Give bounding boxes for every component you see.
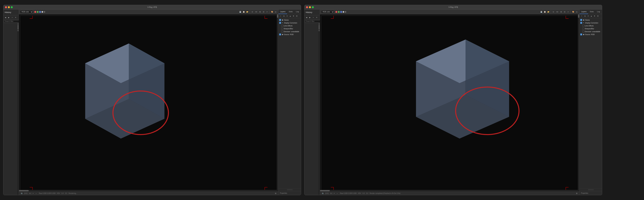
layer-stamp-check-left[interactable]: ✓ xyxy=(279,19,281,21)
vp-scroll-thumb-v-right[interactable] xyxy=(578,14,579,18)
status-zoom-icon-left[interactable]: ↔ xyxy=(35,192,38,195)
open-btn-left[interactable]: 📂 xyxy=(246,10,249,13)
viewport-right[interactable] xyxy=(320,14,580,192)
save-btn-left[interactable]: 💾 xyxy=(239,10,242,13)
status-zoom-dropdown-left[interactable]: ▾ xyxy=(33,192,34,194)
dot-green-left[interactable] xyxy=(37,11,39,13)
layers-copy-left[interactable]: ⧉ xyxy=(282,15,285,18)
grip-area-right[interactable]: ⠿⠿⠿⠿⠿⠿⠿ xyxy=(580,188,602,191)
scroll-down-right[interactable]: ▼ xyxy=(318,30,320,32)
color-btn-left[interactable]: 🎨 xyxy=(271,10,274,13)
layer-display-correction-left[interactable]: ✓ ✎ Display Correction xyxy=(278,22,301,24)
viewport-scrollbar-h-right[interactable] xyxy=(320,190,578,192)
grip-area-left[interactable]: ⠿⠿⠿⠿⠿⠿⠿ xyxy=(278,188,301,191)
scroll-up-right[interactable]: ▲ xyxy=(318,23,320,24)
tab-log-right[interactable]: Log xyxy=(596,10,602,14)
channel-select-right[interactable]: RGB color xyxy=(321,10,334,14)
minimize-button-left[interactable] xyxy=(8,6,10,8)
layer-lens-effects-right[interactable]: Lens Effects xyxy=(580,24,602,27)
dot-white-right[interactable] xyxy=(342,11,344,13)
dot-red-right[interactable] xyxy=(335,11,337,13)
layer-sharpen-check-left[interactable] xyxy=(281,28,283,30)
status-zoom-icon-right[interactable]: ↔ xyxy=(336,192,339,195)
vp-scroll-thumb-v-left[interactable] xyxy=(277,14,278,18)
dot-blue-left[interactable] xyxy=(39,11,41,13)
fit-btn-right[interactable]: ⊞ xyxy=(560,10,562,13)
color-btn-right[interactable]: 🎨 xyxy=(572,10,574,13)
layer-denoiser-check-right[interactable] xyxy=(582,30,584,32)
history-add-left[interactable]: + xyxy=(11,16,14,19)
layers-menu-left[interactable]: ☰ xyxy=(295,15,298,18)
dot-white-left[interactable] xyxy=(42,11,43,13)
layer-lens-check-left[interactable] xyxy=(281,25,283,27)
minimize-button-right[interactable] xyxy=(309,6,311,8)
scroll-up-left[interactable]: ▲ xyxy=(18,23,19,24)
layer-stamp-left[interactable]: ✓ ▣ Stamp xyxy=(278,18,301,22)
layers-add-right[interactable]: + xyxy=(580,15,583,18)
scroll-down-left[interactable]: ▼ xyxy=(18,30,19,32)
history-btn-left[interactable]: ↩ xyxy=(266,10,268,13)
layer-stamp-check-right[interactable]: ✓ xyxy=(580,19,582,21)
layers-menu-right[interactable]: ☰ xyxy=(596,15,599,18)
status-expand-left[interactable]: ⊟ xyxy=(274,192,277,195)
history-delete-right[interactable]: ✕ xyxy=(315,16,318,19)
lens-btn-right[interactable]: ◎ xyxy=(575,10,578,13)
layer-source-check-left[interactable]: ✓ xyxy=(279,34,281,36)
viewport-scrollbar-h-left[interactable] xyxy=(19,190,277,192)
ab-btn-right[interactable]: A|B xyxy=(556,10,559,13)
status-zoom-dropdown-right[interactable]: ▾ xyxy=(334,192,334,194)
maximize-button-right[interactable] xyxy=(312,6,314,8)
layer-sharpen-check-right[interactable] xyxy=(582,28,584,30)
history-add-right[interactable]: + xyxy=(312,16,315,19)
layers-up-left[interactable]: ▲ xyxy=(289,15,292,18)
layers-up-right[interactable]: ▲ xyxy=(590,15,593,18)
region-btn-left[interactable]: ⊡ xyxy=(251,10,254,13)
tab-stats-right[interactable]: Stats xyxy=(588,10,596,14)
layers-down-right[interactable]: ▼ xyxy=(593,15,596,18)
zoom-fit-right[interactable]: ⊟ xyxy=(563,10,566,13)
save-all-btn-right[interactable]: 📋 xyxy=(544,10,546,13)
layer-denoiser-right[interactable]: Denoiser: unavailable xyxy=(580,30,602,33)
layers-copy-right[interactable]: ⧉ xyxy=(584,15,586,18)
layer-dc-check-left[interactable]: ✓ xyxy=(279,22,281,24)
status-cam-right[interactable]: 📷 xyxy=(321,192,324,195)
dot-gray-left[interactable] xyxy=(44,11,45,13)
history-prev-left[interactable]: ◀ xyxy=(4,16,7,19)
layer-lens-effects-left[interactable]: Lens Effects xyxy=(278,24,301,27)
layer-sharpen-left[interactable]: Sharpen/Blur xyxy=(278,27,301,30)
close-button-right[interactable] xyxy=(306,6,308,8)
dot-red-left[interactable] xyxy=(34,11,36,13)
viewport-scrollbar-v-left[interactable] xyxy=(277,14,278,192)
close-button-left[interactable] xyxy=(5,6,7,8)
layer-denoiser-left[interactable]: Denoiser: unavailable xyxy=(278,30,301,33)
layer-lens-check-right[interactable] xyxy=(582,25,584,27)
layer-source-check-right[interactable]: ✓ xyxy=(580,34,582,36)
status-expand-right[interactable]: ⊟ xyxy=(575,192,578,195)
status-cam-left[interactable]: 📷 xyxy=(20,192,23,195)
vp-scroll-thumb-h-left[interactable] xyxy=(19,190,29,191)
history-scrollbar-left[interactable]: ▲ ▼ xyxy=(18,23,19,195)
save-btn-right[interactable]: 💾 xyxy=(540,10,543,13)
dot-green-right[interactable] xyxy=(338,11,340,13)
layer-source-right[interactable]: ✓ ▣ Source: RGB xyxy=(580,33,602,36)
dot-blue-right[interactable] xyxy=(340,11,342,13)
layer-sharpen-right[interactable]: Sharpen/Blur xyxy=(580,27,602,30)
layer-dc-check-right[interactable]: ✓ xyxy=(580,22,582,24)
vp-scroll-thumb-h-right[interactable] xyxy=(320,190,330,191)
tab-stats-left[interactable]: Stats xyxy=(287,10,294,14)
layer-source-left[interactable]: ✓ ▣ Source: RGB xyxy=(278,33,301,36)
fit-btn-left[interactable]: ⊞ xyxy=(258,10,262,13)
layer-stamp-right[interactable]: ✓ ▣ Stamp xyxy=(580,18,602,22)
save-all-btn-left[interactable]: 📋 xyxy=(242,10,245,13)
lens-btn-left[interactable]: ◎ xyxy=(274,10,277,13)
history-prev-right[interactable]: ◀ xyxy=(305,16,308,19)
history-btn-right[interactable]: ↩ xyxy=(567,10,570,13)
zoom-fit-left[interactable]: ⊟ xyxy=(262,10,265,13)
layers-del-left[interactable]: ✕ xyxy=(286,15,288,18)
tab-layers-left[interactable]: Layers xyxy=(278,10,287,14)
region-btn-right[interactable]: ⊡ xyxy=(552,10,555,13)
layer-denoiser-check-left[interactable] xyxy=(281,30,283,32)
layer-display-correction-right[interactable]: ✓ ✎ Display Correction xyxy=(580,22,602,24)
viewport-scrollbar-v-right[interactable] xyxy=(578,14,580,192)
layers-down-left[interactable]: ▼ xyxy=(292,15,295,18)
